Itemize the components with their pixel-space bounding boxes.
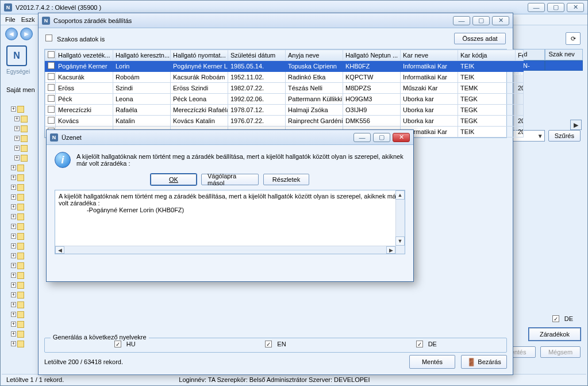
osszes-adat-button[interactable]: Összes adat [454, 33, 506, 44]
tree-expand-icon[interactable]: + [11, 312, 16, 317]
bezaras-button[interactable]: 🚪 Bezárás [461, 355, 507, 369]
tree-view[interactable]: + + + + + + + + + + + + + + + + + + + + … [11, 104, 41, 357]
grid-header-nep[interactable]: Hallgató Neptun ... [343, 50, 401, 61]
grid-header-kark[interactable]: Kar kódja [458, 50, 516, 61]
main-close-button[interactable]: ✕ [567, 3, 584, 12]
tree-expand-icon[interactable]: + [11, 165, 16, 170]
row-checkbox[interactable] [48, 73, 55, 80]
folder-icon [21, 145, 28, 152]
right-cell-2[interactable] [545, 60, 583, 71]
folder-icon [17, 321, 24, 328]
grid-header-f[interactable]: Fé [516, 50, 524, 61]
grid-header-szul[interactable]: Születési dátum [228, 50, 286, 61]
szakos-checkbox-wrap[interactable]: Szakos adatok is [45, 35, 105, 43]
row-checkbox[interactable] [48, 62, 55, 69]
right-header-col-2[interactable]: Szak nev [545, 49, 583, 60]
menu-file[interactable]: File [5, 16, 16, 23]
tree-expand-icon[interactable]: + [14, 126, 20, 131]
tree-expand-icon[interactable]: + [11, 194, 16, 200]
scroll-left-arrow[interactable]: ◀ [55, 246, 64, 254]
folder-icon [17, 213, 24, 220]
en-checkbox[interactable]: ✓ [265, 341, 272, 347]
tree-expand-icon[interactable]: + [11, 234, 16, 239]
clipboard-copy-button[interactable]: Vágólapra másol [201, 174, 259, 185]
nav-forward-button[interactable]: ► [20, 28, 33, 40]
tree-expand-icon[interactable]: + [11, 253, 16, 258]
tree-expand-icon[interactable]: + [11, 341, 16, 346]
tree-expand-icon[interactable]: + [11, 175, 16, 180]
table-row[interactable]: Pogányné KernerLorinPogányné Kerner Lo19… [45, 61, 524, 72]
row-checkbox[interactable] [48, 106, 55, 113]
tree-expand-icon[interactable]: + [11, 214, 16, 219]
sub-max-button[interactable]: ▢ [472, 16, 490, 25]
cell-vez: Mereczíczki [56, 105, 113, 116]
main-min-button[interactable]: — [528, 3, 545, 12]
szakos-label: Szakos adatok is [57, 36, 105, 43]
table-row[interactable]: ErössSzindiEröss Szindi1982.07.22.Tészás… [45, 83, 524, 94]
mentes-button[interactable]: Mentés [409, 355, 455, 369]
folder-icon [17, 282, 24, 289]
ok-button[interactable]: OK [151, 174, 197, 185]
statusbar: Letöltve 1 / 1 rekord. Loginnév: TA Szer… [2, 374, 586, 384]
scroll-down-arrow[interactable]: ▼ [395, 236, 405, 246]
tree-expand-icon[interactable]: + [11, 302, 16, 307]
tree-expand-icon[interactable]: + [11, 282, 16, 288]
cell-ker: Leona [113, 94, 171, 105]
msg-min-button[interactable]: — [353, 133, 371, 142]
main-max-button[interactable]: ▢ [547, 3, 564, 12]
grid-header-vez[interactable]: Hallgató vezeték... [56, 50, 113, 61]
tree-expand-icon[interactable]: + [11, 224, 16, 229]
de-checkbox[interactable]: ✓ [552, 315, 559, 322]
tree-expand-icon[interactable]: + [11, 273, 16, 278]
tree-expand-icon[interactable]: + [14, 155, 20, 160]
hu-checkbox[interactable]: ✓ [114, 341, 121, 347]
tree-expand-icon[interactable]: + [11, 185, 16, 190]
tree-expand-icon[interactable]: + [11, 322, 16, 327]
nav-back-button[interactable]: ◄ [5, 28, 18, 40]
tree-expand-icon[interactable]: + [11, 331, 16, 337]
table-row[interactable]: KovácsKatalinKovács Katalin1976.07.22.Ra… [45, 116, 524, 127]
tree-expand-icon[interactable]: + [14, 116, 20, 121]
row-checkbox[interactable] [48, 95, 55, 102]
row-checkbox[interactable] [48, 84, 55, 91]
app-logo-icon: N [6, 45, 27, 66]
grid-header-karn[interactable]: Kar neve [401, 50, 458, 61]
grid-header-chk[interactable] [45, 50, 56, 61]
scroll-right-arrow[interactable]: ▶ [386, 246, 395, 254]
row-checkbox[interactable] [48, 117, 55, 124]
tree-expand-icon[interactable]: + [11, 292, 16, 297]
tree-expand-icon[interactable]: + [11, 204, 16, 209]
main-title-text: V2012.7.4.2 : Oklevél (35900 ) [16, 4, 101, 11]
zaradekok-button[interactable]: Záradékok [529, 328, 581, 341]
msg-close-button[interactable]: ✕ [393, 133, 410, 142]
msg-max-button[interactable]: ▢ [373, 133, 390, 142]
tree-expand-icon[interactable]: + [11, 106, 16, 112]
vscrollbar[interactable]: ▲ ▼ [395, 190, 405, 254]
grid-header-ker[interactable]: Hallgató keresztn... [113, 50, 171, 61]
table-row[interactable]: MereczíczkiRafaélaMereczíczki Rafaéla197… [45, 105, 524, 116]
szakos-checkbox[interactable] [45, 35, 52, 41]
table-row[interactable]: PéckLeonaPéck Leona1992.02.06.Pattermann… [45, 94, 524, 105]
header-checkbox[interactable] [48, 51, 55, 58]
scroll-up-arrow[interactable]: ▲ [395, 190, 405, 200]
hscroll-right-arrow[interactable]: ▶ [570, 120, 582, 130]
tree-expand-icon[interactable]: + [11, 243, 16, 249]
cell-karn: Uborka kar [401, 105, 458, 116]
details-button[interactable]: Részletek [263, 174, 309, 185]
grid-header-anya[interactable]: Anyja neve [286, 50, 343, 61]
menu-eszk[interactable]: Eszk [21, 16, 35, 23]
msg-detail-textarea[interactable]: A kijelölt hallgatóknak nem történt meg … [55, 190, 405, 254]
tree-expand-icon[interactable]: + [11, 263, 16, 268]
tree-expand-icon[interactable]: + [14, 146, 20, 151]
folder-icon [17, 331, 24, 338]
grid-header-nyom[interactable]: Hallgató nyomtat... [171, 50, 228, 61]
tree-expand-icon[interactable]: + [14, 136, 20, 141]
table-row[interactable]: KacsurákRoboámKacsurák Roboám1952.11.02.… [45, 72, 524, 83]
szures-button[interactable]: Szűrés [548, 130, 581, 142]
students-grid[interactable]: Hallgató vezeték... Hallgató keresztn...… [44, 49, 507, 138]
sub-min-button[interactable]: — [453, 16, 470, 25]
hscrollbar[interactable]: ◀ ▶ [55, 246, 395, 254]
refresh-icon-button[interactable]: ⟳ [566, 32, 581, 45]
sub-close-button[interactable]: ✕ [492, 16, 509, 25]
de2-checkbox[interactable]: ✓ [416, 341, 423, 347]
